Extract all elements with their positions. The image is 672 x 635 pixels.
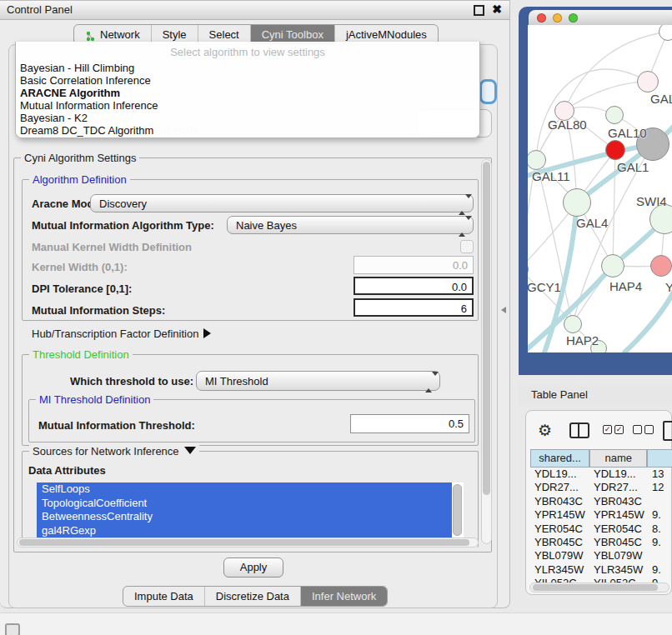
table-cell: YBL079W — [530, 549, 590, 562]
table-row[interactable]: YDR27...YDR27...12 — [530, 481, 671, 494]
node-label-gcy1: GCY1 — [528, 280, 561, 294]
table-horizontal-scrollbar[interactable] — [529, 582, 669, 592]
node-label-y: Y — [665, 280, 672, 294]
algorithm-option-aracne-algorithm[interactable]: ARACNE Algorithm — [18, 87, 477, 99]
network-edge-thin[interactable] — [536, 160, 573, 324]
table-cell: YBR043C — [590, 495, 649, 508]
table-row[interactable]: YER054CYER054C8. — [530, 522, 671, 536]
combo-spinner-icon — [459, 198, 465, 211]
attribute-item-selfloops[interactable]: SelfLoops — [37, 482, 452, 497]
network-node-gal10[interactable] — [605, 106, 624, 124]
bottom-left-corner-button[interactable] — [5, 623, 20, 635]
column-header-shared[interactable]: shared... — [530, 449, 589, 468]
unchecked-box-icon — [633, 425, 642, 434]
network-edge-thin[interactable] — [613, 150, 615, 266]
table-cell — [649, 549, 652, 562]
table-cell: YIL052C — [530, 577, 590, 582]
table-row[interactable]: YBL079WYBL079W — [530, 549, 671, 562]
table-row[interactable]: YLR345WYLR345W9. — [530, 563, 671, 577]
node-label-swi4: SWI4 — [636, 194, 667, 208]
table-panel-title: Table Panel — [531, 388, 588, 401]
algorithm-dropdown[interactable]: Select algorithm to view settingsBayesia… — [15, 42, 480, 138]
mi-steps-field[interactable]: 6 — [354, 298, 474, 317]
network-window-titlebar[interactable] — [529, 10, 672, 26]
hub-definition-label: Hub/Transcription Factor Definition — [32, 328, 198, 340]
mi-type-label: Mutual Information Algorithm Type: — [32, 219, 214, 232]
column-header-partial[interactable] — [647, 449, 672, 468]
which-threshold-combo[interactable]: MI Threshold — [196, 371, 440, 391]
dpi-tolerance-label: DPI Tolerance [0,1]: — [32, 282, 132, 295]
network-node-hap2[interactable] — [564, 315, 582, 333]
list-scrollbar-thumb[interactable] — [453, 484, 462, 536]
network-node-y[interactable] — [650, 255, 672, 277]
bottom-tab-infer-network[interactable]: Infer Network — [301, 587, 387, 606]
table-row[interactable]: YBR043CYBR043C — [530, 495, 671, 508]
select-all-columns-icon[interactable]: ✓ ✓ — [603, 425, 624, 434]
algorithm-option-mutual-information-inference[interactable]: Mutual Information Inference — [18, 99, 477, 112]
gear-icon[interactable]: ⚙ — [538, 422, 552, 439]
network-node-gal[interactable] — [637, 71, 659, 92]
table-cell: 9. — [649, 508, 661, 522]
export-table-icon[interactable] — [663, 421, 672, 441]
table-cell: YLR345W — [530, 563, 590, 577]
scrollbar-thumb[interactable] — [19, 539, 469, 546]
scrollbar-thumb[interactable] — [483, 162, 490, 495]
table-cell: 9. — [649, 563, 661, 577]
float-panel-icon[interactable] — [474, 5, 484, 16]
network-node-gal4[interactable] — [563, 188, 591, 217]
table-row[interactable]: YIL052CYIL052C9 — [530, 577, 671, 582]
zoom-traffic-light-icon[interactable] — [569, 13, 578, 22]
table-header-row: shared...name — [530, 449, 672, 468]
table-body[interactable]: YDL19...YDL19...13YDR27...YDR27...12YBR0… — [530, 468, 671, 582]
mi-threshold-definition-title: MI Threshold Definition — [36, 393, 153, 406]
mi-type-combo[interactable]: Naive Bayes — [227, 216, 474, 234]
table-row[interactable]: YBR045CYBR045C9. — [530, 536, 671, 549]
control-panel-titlebar: Control Panel ✖ — [0, 1, 509, 20]
app-root: Control Panel ✖ NetworkStyleSelectCyni T… — [0, 0, 672, 635]
dpi-tolerance-field[interactable]: 0.0 — [354, 277, 474, 295]
algorithm-option-bayesian-hill-climbing[interactable]: Bayesian - Hill Climbing — [18, 62, 477, 74]
attribute-item-betweennesscentrality[interactable]: BetweennessCentrality — [37, 510, 452, 524]
minimize-traffic-light-icon[interactable] — [553, 13, 562, 22]
close-icon[interactable]: ✖ — [492, 2, 502, 16]
table-cell: YER054C — [530, 522, 590, 536]
table-row[interactable]: YPR145WYPR145W9. — [530, 508, 671, 522]
bottom-tab-discretize-data[interactable]: Discretize Data — [205, 587, 301, 606]
manual-kernel-checkbox[interactable] — [460, 240, 474, 253]
kernel-width-label: Kernel Width (0,1): — [32, 261, 128, 273]
bottom-tab-impute-data[interactable]: Impute Data — [123, 587, 205, 606]
control-panel: Control Panel ✖ NetworkStyleSelectCyni T… — [0, 0, 510, 608]
network-canvas[interactable]: GAL80GALGAL10GAL1GAL11GAL4SWI4HAP4YHAP2G… — [528, 25, 672, 352]
table-cell: YBR045C — [530, 536, 590, 549]
attribute-item-topologicalcoefficient[interactable]: TopologicalCoefficient — [37, 497, 452, 511]
algorithm-option-basic-correlation-inference[interactable]: Basic Correlation Inference — [18, 74, 477, 87]
table-cell: YPR145W — [530, 508, 590, 522]
table-panel-card: ⚙ ✓ ✓ shared...name YDL19...YDL19...13YD… — [525, 410, 672, 595]
algorithm-option-bayesian-k2[interactable]: Bayesian - K2 — [18, 112, 477, 124]
table-cell: YBR045C — [590, 536, 649, 549]
settings-vertical-scrollbar[interactable] — [481, 159, 492, 544]
collapsed-arrow-icon — [203, 328, 211, 338]
mi-threshold-field[interactable]: 0.5 — [350, 414, 469, 433]
table-row[interactable]: YDL19...YDL19...13 — [530, 468, 671, 481]
close-traffic-light-icon[interactable] — [537, 13, 546, 22]
column-header-name[interactable]: name — [589, 449, 647, 468]
algorithm-option-dream8-dc-tdc-algorithm[interactable]: Dream8 DC_TDC Algorithm — [18, 124, 477, 137]
bottom-tabs: Impute DataDiscretize DataInfer Network — [123, 586, 388, 607]
scrollbar-thumb[interactable] — [533, 584, 658, 591]
aracne-mode-combo[interactable]: Discovery — [90, 194, 474, 212]
table-cell — [649, 495, 652, 508]
apply-button[interactable]: Apply — [223, 558, 283, 578]
deselect-all-columns-icon[interactable] — [633, 425, 654, 434]
settings-horizontal-scrollbar[interactable] — [17, 538, 479, 548]
hub-definition-toggle[interactable]: Hub/Transcription Factor Definition — [32, 328, 211, 340]
network-edge-thick[interactable] — [624, 292, 672, 352]
network-node-hap4[interactable] — [601, 254, 624, 278]
column-layout-icon[interactable] — [569, 422, 589, 438]
attribute-item-gal4rgexp[interactable]: gal4RGexp — [37, 524, 452, 538]
panel-splitter-arrow[interactable] — [501, 307, 506, 313]
network-node-gal1[interactable] — [605, 140, 625, 160]
sources-group-title[interactable]: Sources for Network Inference — [29, 445, 199, 458]
data-attributes-list[interactable]: SelfLoopsTopologicalCoefficientBetweenne… — [37, 482, 464, 538]
mi-threshold-value: 0.5 — [449, 418, 464, 430]
